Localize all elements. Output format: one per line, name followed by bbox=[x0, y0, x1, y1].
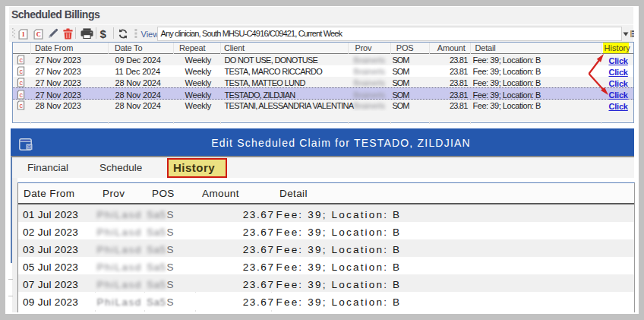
svg-text:c: c bbox=[19, 68, 23, 75]
svg-text:c: c bbox=[19, 79, 23, 87]
svg-text:c: c bbox=[19, 91, 23, 99]
svg-text:c: c bbox=[19, 56, 23, 64]
svg-text:C: C bbox=[36, 30, 41, 38]
svg-text:c: c bbox=[19, 102, 23, 109]
svg-text:1: 1 bbox=[21, 30, 24, 38]
